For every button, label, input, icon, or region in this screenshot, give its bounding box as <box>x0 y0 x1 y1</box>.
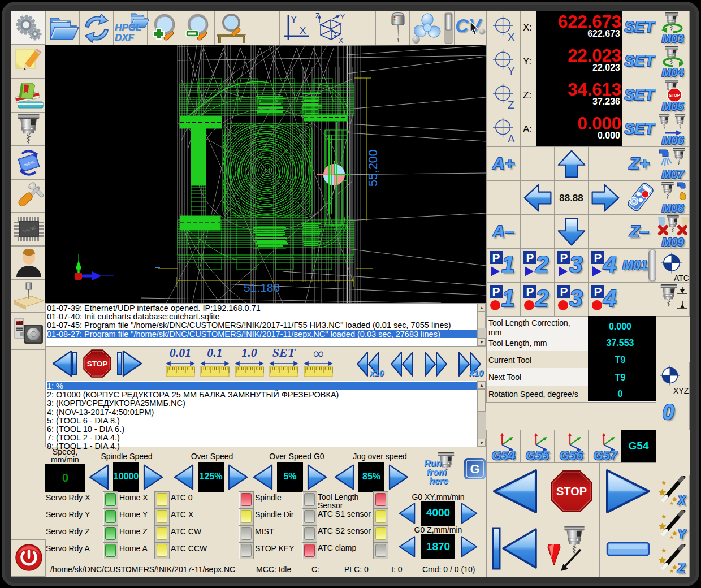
svg-text:STOP: STOP <box>87 360 108 368</box>
svg-text:Z: Z <box>315 12 319 20</box>
svg-text:Y: Y <box>291 14 297 25</box>
svg-text:X: X <box>300 25 306 36</box>
svg-text:STOP: STOP <box>669 93 680 97</box>
svg-text:51.186: 51.186 <box>244 281 280 294</box>
svg-text:Y: Y <box>340 13 345 21</box>
svg-text:STOP: STOP <box>556 485 587 498</box>
svg-text:G: G <box>470 462 479 476</box>
svg-text:X: X <box>339 37 343 44</box>
svg-text:55,200: 55,200 <box>366 149 380 187</box>
